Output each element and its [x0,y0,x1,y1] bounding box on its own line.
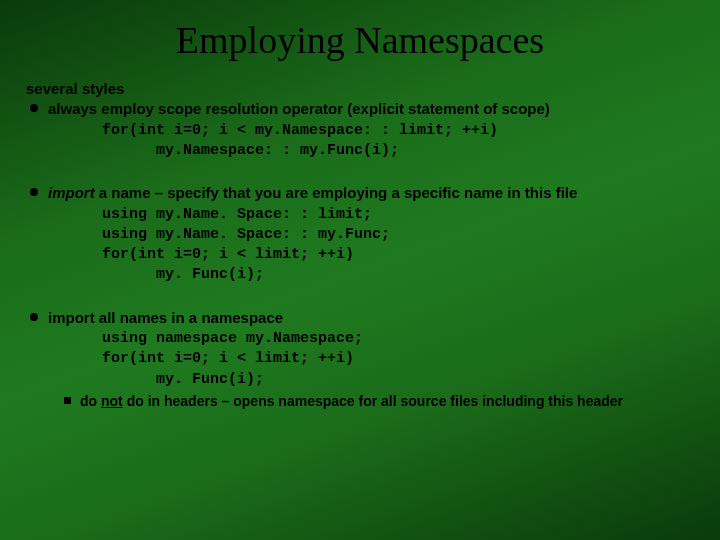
code-line: for(int i=0; i < limit; ++i) [102,350,354,367]
code-line: my.Namespace: : my.Func(i); [102,141,694,161]
slide: Employing Namespaces several styles alwa… [0,0,720,540]
bullet-1-text: always employ scope resolution operator … [48,99,694,119]
bullet-1: always employ scope resolution operator … [26,99,694,161]
bullet-2-rest: a name – specify that you are employing … [95,184,578,201]
code-line: my. Func(i); [102,265,694,285]
bullet-3-code: using namespace my.Namespace; for(int i=… [102,329,694,390]
bullet-2-text: import a name – specify that you are emp… [48,183,694,203]
sub-bullet-list: do not do in headers – opens namespace f… [48,392,694,410]
code-line: using my.Name. Space: : my.Func; [102,226,390,243]
bullet-1-text-a: always employ scope resolution operator [48,100,347,117]
bullet-3: import all names in a namespace using na… [26,308,694,410]
bullet-2-italic: import [48,184,95,201]
code-line: my. Func(i); [102,370,694,390]
intro-text: several styles [26,80,694,97]
code-line: using namespace my.Namespace; [102,330,363,347]
bullet-list: always employ scope resolution operator … [26,99,694,410]
sub-text-b: do in headers – opens namespace for all … [123,393,623,409]
bullet-2: import a name – specify that you are emp… [26,183,694,286]
sub-bullet-1: do not do in headers – opens namespace f… [62,392,694,410]
bullet-1-code: for(int i=0; i < my.Namespace: : limit; … [102,121,694,162]
code-line: for(int i=0; i < limit; ++i) [102,246,354,263]
sub-text-not: not [101,393,123,409]
sub-text-a: do [80,393,101,409]
slide-title: Employing Namespaces [26,18,694,62]
bullet-1-text-b: (explicit statement of scope) [347,100,550,117]
code-line: for(int i=0; i < my.Namespace: : limit; … [102,122,498,139]
bullet-2-code: using my.Name. Space: : limit; using my.… [102,205,694,286]
code-line: using my.Name. Space: : limit; [102,206,372,223]
bullet-3-text: import all names in a namespace [48,308,694,328]
